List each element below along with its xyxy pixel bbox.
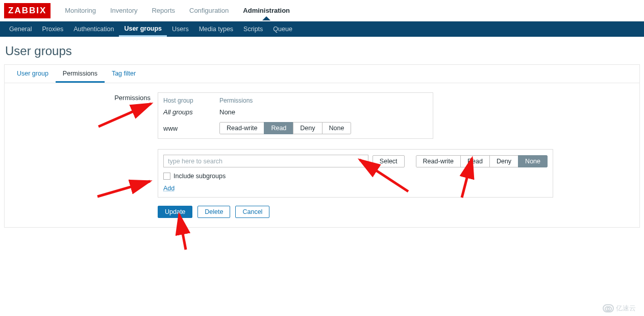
- logo: ZABBIX: [4, 3, 51, 18]
- topnav-inventory[interactable]: Inventory: [103, 1, 144, 20]
- add-row-checkbox: Include subgroups: [163, 173, 548, 180]
- subnav-authentication[interactable]: Authentication: [68, 21, 119, 37]
- update-button[interactable]: Update: [158, 206, 192, 218]
- seg-new-read[interactable]: Read: [460, 155, 490, 167]
- main-panel: User group Permissions Tag filter Permis…: [4, 64, 640, 228]
- subnav-media-types[interactable]: Media types: [194, 21, 238, 37]
- subnav-proxies[interactable]: Proxies: [37, 21, 68, 37]
- perm-segment-www: Read-write Read Deny None: [219, 122, 351, 134]
- table-row: All groups None: [158, 106, 433, 120]
- perm-none-text: None: [219, 108, 428, 116]
- permissions-table: Host group Permissions All groups None w…: [158, 92, 433, 139]
- permissions-body: Host group Permissions All groups None w…: [158, 92, 556, 218]
- add-block: Select Read-write Read Deny None Include…: [158, 149, 553, 198]
- topnav-administration[interactable]: Administration: [236, 1, 297, 20]
- subnav-queue[interactable]: Queue: [268, 21, 298, 37]
- topnav-monitoring[interactable]: Monitoring: [58, 1, 103, 20]
- seg-new-none[interactable]: None: [518, 155, 548, 167]
- table-row: www Read-write Read Deny None: [158, 120, 433, 138]
- add-link[interactable]: Add: [163, 185, 175, 192]
- topnav-configuration[interactable]: Configuration: [182, 1, 236, 20]
- delete-button[interactable]: Delete: [197, 206, 230, 218]
- group-www: www: [163, 125, 219, 132]
- permissions-form: Permissions Host group Permissions All g…: [5, 83, 639, 227]
- cancel-button[interactable]: Cancel: [235, 206, 269, 218]
- top-nav: Monitoring Inventory Reports Configurati…: [58, 1, 297, 20]
- perm-segment-new: Read-write Read Deny None: [416, 155, 548, 167]
- select-button[interactable]: Select: [373, 155, 405, 167]
- seg-new-deny[interactable]: Deny: [489, 155, 518, 167]
- tab-tag-filter[interactable]: Tag filter: [105, 65, 143, 83]
- subnav-user-groups[interactable]: User groups: [119, 21, 167, 37]
- permissions-table-header: Host group Permissions: [158, 93, 433, 106]
- col-host-group: Host group: [163, 97, 219, 104]
- permissions-label: Permissions: [10, 92, 158, 218]
- include-subgroups-label: Include subgroups: [174, 173, 226, 180]
- add-row-search: Select Read-write Read Deny None: [163, 155, 548, 167]
- tab-permissions[interactable]: Permissions: [56, 65, 105, 83]
- tabs: User group Permissions Tag filter: [5, 65, 639, 83]
- tab-user-group[interactable]: User group: [10, 65, 56, 83]
- sub-bar: General Proxies Authentication User grou…: [0, 21, 644, 37]
- search-input[interactable]: [163, 155, 368, 167]
- action-row: Update Delete Cancel: [158, 206, 556, 218]
- group-all: All groups: [163, 108, 193, 116]
- topnav-reports[interactable]: Reports: [144, 1, 182, 20]
- page-title: User groups: [0, 37, 644, 64]
- top-bar: ZABBIX Monitoring Inventory Reports Conf…: [0, 0, 644, 21]
- subnav-scripts[interactable]: Scripts: [238, 21, 268, 37]
- subnav-general[interactable]: General: [4, 21, 37, 37]
- subnav-users[interactable]: Users: [167, 21, 194, 37]
- include-subgroups-checkbox[interactable]: [163, 173, 170, 180]
- seg-deny[interactable]: Deny: [293, 122, 322, 134]
- col-permissions: Permissions: [219, 97, 428, 104]
- seg-read[interactable]: Read: [264, 122, 293, 134]
- seg-read-write[interactable]: Read-write: [219, 122, 264, 134]
- seg-new-read-write[interactable]: Read-write: [416, 155, 461, 167]
- seg-none[interactable]: None: [322, 122, 352, 134]
